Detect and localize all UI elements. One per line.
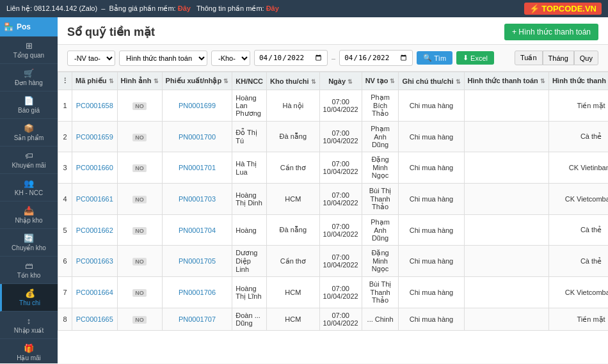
row-kh-ncc: Đoàn ... Dũng	[232, 308, 267, 331]
table-row: 2 PC0001659 NO PN0001700 Đỗ Thị Tú Đà nẵ…	[58, 122, 609, 152]
col-nv-tao[interactable]: NV tạo ⇅	[362, 72, 399, 90]
row-hinh-thuc1	[464, 246, 548, 277]
row-hinh-anh: NO	[117, 122, 162, 152]
row-phieu: PN0001705	[162, 246, 232, 277]
row-kh-ncc: Hoàng Thị Lĩnh	[232, 277, 267, 308]
no-image-badge: NO	[132, 289, 147, 297]
row-ma-phieu: PC0001659	[72, 122, 118, 152]
row-hinh-anh: NO	[117, 246, 162, 277]
phieu-link[interactable]: PN0001701	[179, 164, 216, 171]
aftercare-icon: 🎁	[24, 344, 34, 353]
sidebar-item-donhang[interactable]: 🛒 Đơn hàng	[0, 64, 58, 91]
nv-tao-select[interactable]: -NV tao-	[67, 51, 115, 66]
phieu-link[interactable]: PN0001705	[179, 257, 216, 265]
ma-phieu-link[interactable]: PC0001660	[76, 164, 113, 171]
phieu-link[interactable]: PN0001706	[179, 289, 216, 296]
sidebar-item-khncc[interactable]: 👥 KH - NCC	[0, 174, 58, 202]
phieu-link[interactable]: PN0001699	[179, 102, 216, 109]
import-icon: 📥	[24, 206, 34, 216]
ma-phieu-link[interactable]: PC0001665	[76, 315, 113, 323]
sidebar-item-khuyenmai[interactable]: 🏷 Khuyến mãi	[0, 146, 58, 174]
row-hinh-thuc2: Cà thẻ	[548, 215, 608, 246]
date-to-input[interactable]	[339, 50, 413, 66]
sidebar-item-tonghuan[interactable]: ⊞ Tổng quan	[0, 36, 58, 64]
phieu-link[interactable]: PN0001700	[179, 133, 216, 141]
table-row: 4 PC0001661 NO PN0001703 Hoàng Thị Dinh …	[58, 184, 609, 215]
col-ma-phieu[interactable]: Mã phiếu ⇅	[72, 72, 118, 90]
row-hinh-thuc1	[464, 184, 548, 215]
sidebar-item-haumai[interactable]: 🎁 Hậu mãi	[0, 339, 58, 363]
topbar-price-link[interactable]: Đây	[178, 4, 191, 12]
stock-icon: 🗃	[25, 261, 33, 271]
ma-phieu-link[interactable]: PC0001661	[76, 195, 113, 203]
period-tuan-button[interactable]: Tuần	[515, 51, 543, 65]
row-ma-phieu: PC0001663	[72, 246, 118, 277]
phieu-link[interactable]: PN0001704	[179, 226, 216, 234]
sidebar-item-tonkho[interactable]: 🗃 Tồn kho	[0, 257, 58, 284]
col-kho[interactable]: Kho thu/chi ⇅	[267, 72, 320, 90]
quote-icon: 📄	[24, 96, 34, 106]
row-phieu: PN0001701	[162, 152, 232, 184]
table-row: 5 PC0001662 NO PN0001704 Hoàng Đà nẵng 0…	[58, 215, 609, 246]
col-kh-ncc[interactable]: KH/NCC	[232, 72, 267, 90]
row-hinh-anh: NO	[117, 215, 162, 246]
row-ghi-chu: Chi mua hàng	[399, 215, 464, 246]
table-row: 1 PC0001658 NO PN0001699 Hoàng Lan Phươn…	[58, 90, 609, 122]
phieu-link[interactable]: PN0001707	[179, 315, 216, 323]
search-button[interactable]: 🔍 Tìm	[417, 51, 452, 65]
date-separator: –	[332, 54, 335, 62]
col-hinh-thuc1[interactable]: Hình thức thanh toán ⇅	[464, 72, 548, 90]
btn-hinh-thuc-thanh-toan[interactable]: + Hình thức thanh toán	[504, 24, 598, 40]
col-hinh-anh[interactable]: Hình ảnh ⇅	[117, 72, 162, 90]
row-stt: 8	[58, 308, 72, 331]
transfer-icon: 🔄	[24, 233, 34, 243]
period-quy-button[interactable]: Quy	[574, 51, 598, 65]
topbar-info-link[interactable]: Đây	[266, 4, 279, 12]
row-ngay: 07:0010/04/2022	[319, 90, 362, 122]
sidebar-item-baogia[interactable]: 📄 Báo giá	[0, 91, 58, 119]
ma-phieu-link[interactable]: PC0001664	[76, 289, 113, 296]
sidebar-item-chuyenkho[interactable]: 🔄 Chuyển kho	[0, 229, 58, 257]
phieu-link[interactable]: PN0001703	[179, 195, 216, 203]
row-hinh-thuc1	[464, 308, 548, 331]
customer-icon: 👥	[24, 178, 34, 188]
row-kh-ncc: Hoàng	[232, 215, 267, 246]
ma-phieu-link[interactable]: PC0001659	[76, 133, 113, 141]
hinh-thuc-select[interactable]: Hình thức thanh toán	[119, 51, 207, 66]
col-phieu-xuat-nhap[interactable]: Phiếu xuất/nhập ⇅	[162, 72, 232, 90]
filter-bar: -NV tao- Hình thức thanh toán -Kho- – 🔍 …	[58, 45, 608, 72]
col-hinh-thuc2[interactable]: Hình thức thanh toán ⇅	[548, 72, 608, 90]
row-ngay: 07:0010/04/2022	[319, 122, 362, 152]
col-ghi-chu[interactable]: Ghi chú thu/chi ⇅	[399, 72, 464, 90]
row-stt: 6	[58, 246, 72, 277]
period-thang-button[interactable]: Tháng	[543, 51, 574, 65]
row-ghi-chu: Chi mua hàng	[399, 122, 464, 152]
row-kh-ncc: Dương Diệp Linh	[232, 246, 267, 277]
sidebar-item-nhapkho[interactable]: 📥 Nhập kho	[0, 202, 58, 229]
sidebar-item-nhapxuat[interactable]: ↕ Nhập xuất	[0, 312, 58, 339]
row-stt: 3	[58, 152, 72, 184]
excel-button[interactable]: ⬇ Excel	[456, 51, 494, 65]
row-ma-phieu: PC0001662	[72, 215, 118, 246]
row-ngay: 07:0010/04/2022	[319, 277, 362, 308]
row-hinh-thuc1	[464, 152, 548, 184]
sidebar-item-sanpham[interactable]: 📦 Sản phẩm	[0, 119, 58, 146]
sidebar-item-thuchi[interactable]: 💰 Thu chi	[0, 284, 58, 312]
topbar-logo: ⚡ TOPCODE.VN	[524, 3, 602, 15]
date-from-input[interactable]	[254, 50, 328, 66]
row-hinh-anh: NO	[117, 184, 162, 215]
sidebar-pos[interactable]: 🏪 Pos	[0, 17, 58, 36]
main-content: Sổ quỹ tiền mặt + Hình thức thanh toán -…	[58, 17, 608, 363]
col-ngay[interactable]: Ngày ⇅	[319, 72, 362, 90]
overview-icon: ⊞	[26, 41, 33, 51]
table-row: 8 PC0001665 NO PN0001707 Đoàn ... Dũng H…	[58, 308, 609, 331]
ma-phieu-link[interactable]: PC0001658	[76, 102, 113, 109]
ma-phieu-link[interactable]: PC0001663	[76, 257, 113, 265]
cashflow-icon: 💰	[25, 289, 35, 298]
table-row: 3 PC0001660 NO PN0001701 Hà Thị Lua Cần …	[58, 152, 609, 184]
row-ma-phieu: PC0001658	[72, 90, 118, 122]
ma-phieu-link[interactable]: PC0001662	[76, 226, 113, 234]
kho-select[interactable]: -Kho-	[211, 51, 250, 66]
row-ghi-chu: Chi mua hàng	[399, 277, 464, 308]
row-phieu: PN0001704	[162, 215, 232, 246]
